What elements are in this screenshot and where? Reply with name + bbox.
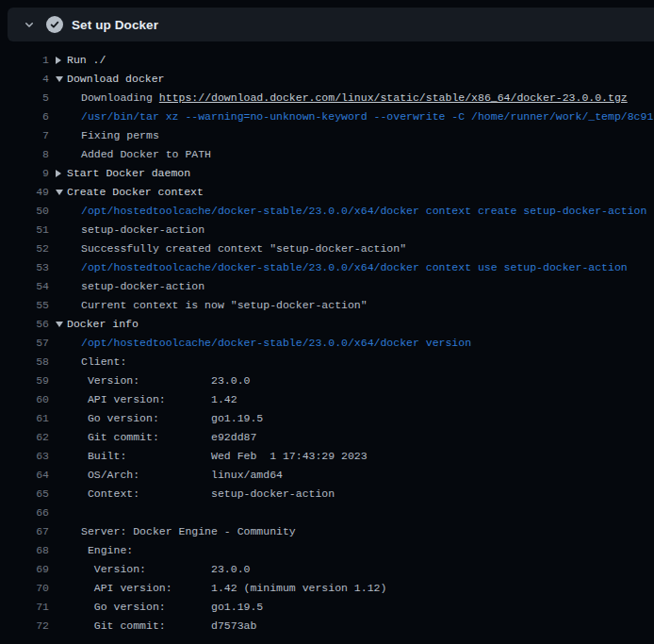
line-number[interactable]: 58 [0,353,49,372]
check-circle-icon [46,16,63,33]
triangle-right-icon [56,57,67,64]
log-line: 9Start Docker daemon [0,164,654,183]
log-command-text: /opt/hostedtoolcache/docker-stable/23.0.… [81,258,628,277]
log-group-toggle[interactable]: Create Docker context [56,183,204,202]
log-line: 6/usr/bin/tar xz --warning=no-unknown-ke… [0,107,654,126]
line-number[interactable]: 69 [0,560,49,579]
log-text: Fixing perms [81,126,159,145]
line-number[interactable]: 59 [0,372,49,390]
log-group-title: Start Docker daemon [67,164,190,183]
log-text-prefix: Downloading [81,91,159,104]
line-number[interactable]: 54 [0,277,49,296]
log-group-toggle[interactable]: Download docker [56,70,165,89]
log-line: 66 [0,504,654,522]
log-text: Go version: go1.19.5 [81,598,263,617]
line-number[interactable]: 55 [0,296,49,315]
log-text: Git commit: d7573ab [81,617,256,636]
log-lines: 1Run ./4Download docker5Downloading http… [0,51,654,636]
log-line: 63 Built: Wed Feb 1 17:43:29 2023 [0,447,654,466]
line-number[interactable]: 67 [0,522,49,541]
log-text: Server: Docker Engine - Community [81,522,296,541]
log-text: OS/Arch: linux/amd64 [81,466,283,485]
line-number[interactable]: 53 [0,258,49,277]
log-line: 59 Version: 23.0.0 [0,372,654,390]
line-number[interactable]: 68 [0,541,49,560]
line-number[interactable]: 1 [0,51,49,70]
line-number[interactable]: 70 [0,579,49,598]
log-group-toggle[interactable]: Start Docker daemon [56,164,190,183]
line-number[interactable]: 56 [0,315,49,334]
log-line: 70 API version: 1.42 (minimum version 1.… [0,579,654,598]
line-number[interactable]: 7 [0,126,49,145]
step-title: Set up Docker [72,18,158,32]
log-area: 1Run ./4Download docker5Downloading http… [0,41,654,644]
triangle-right-icon [56,170,67,177]
log-line: 51setup-docker-action [0,221,654,239]
log-line: 60 API version: 1.42 [0,390,654,409]
log-text: Successfully created context "setup-dock… [81,239,406,258]
log-command-text: /opt/hostedtoolcache/docker-stable/23.0.… [81,334,471,353]
line-number[interactable]: 71 [0,598,49,617]
line-number[interactable]: 6 [0,107,49,126]
log-line: 56Docker info [0,315,654,334]
log-line: 62 Git commit: e92dd87 [0,428,654,447]
log-line: 49Create Docker context [0,183,654,202]
log-group-toggle[interactable]: Run ./ [56,51,106,70]
line-number[interactable]: 52 [0,239,49,258]
log-text: Version: 23.0.0 [81,372,250,390]
log-url-link[interactable]: https://download.docker.com/linux/static… [159,91,628,104]
line-number[interactable]: 65 [0,485,49,504]
line-number[interactable]: 5 [0,89,49,107]
log-line: 71 Go version: go1.19.5 [0,598,654,617]
log-line: 53/opt/hostedtoolcache/docker-stable/23.… [0,258,654,277]
triangle-down-icon [56,322,67,327]
log-line: 68 Engine: [0,541,654,560]
log-group-title: Create Docker context [67,183,204,202]
log-line: 67Server: Docker Engine - Community [0,522,654,541]
line-number[interactable]: 49 [0,183,49,202]
line-number[interactable]: 63 [0,447,49,466]
log-line: 72 Git commit: d7573ab [0,617,654,636]
line-number[interactable]: 8 [0,145,49,164]
log-text: setup-docker-action [81,221,204,239]
log-text: Downloading https://download.docker.com/… [81,89,628,107]
log-line: 1Run ./ [0,51,654,70]
line-number[interactable]: 60 [0,390,49,409]
log-text: API version: 1.42 [81,390,237,409]
log-group-toggle[interactable]: Docker info [56,315,139,334]
log-line: 61 Go version: go1.19.5 [0,409,654,428]
log-line: 50/opt/hostedtoolcache/docker-stable/23.… [0,202,654,221]
log-line: 52Successfully created context "setup-do… [0,239,654,258]
step-header-setup-docker[interactable]: Set up Docker [8,8,654,41]
line-number[interactable]: 9 [0,164,49,183]
line-number[interactable]: 72 [0,617,49,636]
log-group-title: Download docker [67,70,165,89]
log-line: 65 Context: setup-docker-action [0,485,654,504]
log-group-title: Run ./ [67,51,106,70]
line-number[interactable]: 61 [0,409,49,428]
log-text: Engine: [81,541,133,560]
log-text: Context: setup-docker-action [81,485,335,504]
line-number[interactable]: 64 [0,466,49,485]
log-text: Current context is now "setup-docker-act… [81,296,368,315]
log-line: 5Downloading https://download.docker.com… [0,89,654,107]
log-text: API version: 1.42 (minimum version 1.12) [81,579,386,598]
log-line: 69 Version: 23.0.0 [0,560,654,579]
log-text: setup-docker-action [81,277,204,296]
line-number[interactable]: 50 [0,202,49,221]
log-command-text: /opt/hostedtoolcache/docker-stable/23.0.… [81,202,646,221]
line-number[interactable]: 4 [0,70,49,89]
log-line: 8Added Docker to PATH [0,145,654,164]
chevron-down-icon[interactable] [17,12,41,37]
line-number[interactable]: 66 [0,504,49,522]
log-group-title: Docker info [67,315,139,334]
log-line: 54setup-docker-action [0,277,654,296]
line-number[interactable]: 62 [0,428,49,447]
log-text: Version: 23.0.0 [81,560,250,579]
log-line: 57/opt/hostedtoolcache/docker-stable/23.… [0,334,654,353]
line-number[interactable]: 51 [0,221,49,239]
line-number[interactable]: 57 [0,334,49,353]
log-line: 58Client: [0,353,654,372]
log-command-text: /usr/bin/tar xz --warning=no-unknown-key… [81,107,653,126]
log-text: Go version: go1.19.5 [81,409,263,428]
